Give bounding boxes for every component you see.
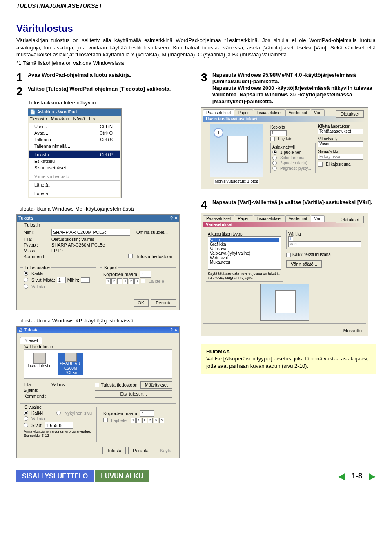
xp-pages-field[interactable]: 1-65535	[45, 422, 73, 429]
r3-radio[interactable]	[272, 161, 277, 165]
menu-item[interactable]: Avaa...Ctrl+O	[29, 130, 120, 136]
xp-sel-radio[interactable]	[24, 416, 28, 421]
menu-item[interactable]: Tulosta...Ctrl+P	[29, 151, 120, 158]
preview-main: 1	[210, 124, 263, 177]
chapter-start-button[interactable]: LUVUN ALKU	[95, 470, 149, 482]
printer-list[interactable]: Lisää tulostin SHARP AR-C260M PCL5c	[24, 349, 172, 379]
nostaple-label: Ei kajasreuna	[326, 162, 351, 167]
r4-radio[interactable]	[272, 166, 277, 171]
menu-item[interactable]: Tallenna nimellä...	[29, 143, 120, 149]
docstyle-legend: Asiakirjatyyli	[272, 145, 314, 149]
pages-radio[interactable]	[24, 278, 28, 282]
r1-label: 1-puoleinen	[280, 150, 301, 155]
tab-water[interactable]: Vesileimat	[285, 109, 311, 116]
step-4-text: Napsauta [Väri]-välilehteä ja valitse [V…	[212, 199, 372, 211]
tab-general[interactable]: Yleiset	[20, 337, 42, 344]
printer-selected[interactable]: SHARP AR-C260M PCL5c	[58, 353, 83, 375]
type-item[interactable]: Grafiikka	[210, 242, 279, 247]
type-item[interactable]: Valokuva (lyhyt väline)	[210, 251, 279, 256]
ctab-water[interactable]: Vesileimat	[285, 215, 311, 222]
tab-paper[interactable]: Paperi	[235, 109, 253, 116]
type-item[interactable]: Vakio	[210, 238, 279, 242]
defaults-button[interactable]: Oletukset	[336, 110, 364, 118]
d1-copies-label: Kopioita	[270, 125, 285, 129]
sel-radio[interactable]	[24, 284, 28, 289]
caption-xp: Tulosta-ikkuna Windows XP -käyttöjärjest…	[16, 318, 191, 324]
type-item[interactable]: Web-sivut	[210, 256, 279, 260]
nostaple-check[interactable]	[318, 162, 323, 167]
ctab-main[interactable]: Pääasetukset	[203, 215, 234, 222]
xp-apply-button[interactable]: Käytä	[156, 447, 176, 454]
next-page-icon[interactable]: ▶	[369, 471, 376, 482]
toc-button[interactable]: SISÄLLYSLUETTELO	[16, 470, 94, 482]
prev-page-icon[interactable]: ◀	[338, 471, 345, 482]
r1-radio[interactable]	[272, 150, 277, 155]
xp-collate-check[interactable]	[103, 418, 108, 422]
all-radio[interactable]	[24, 271, 28, 276]
userset-select[interactable]: Tehtäasasetukset	[318, 129, 363, 134]
cancel-button[interactable]: Peruuta	[151, 299, 176, 307]
r3-label: 2-puolen (kirja)	[280, 161, 307, 165]
add-printer[interactable]: Lisää tulostin	[27, 353, 52, 375]
xp-copies-label: Kopioiden määrä:	[103, 411, 138, 416]
printxp-title: Tulosta	[24, 327, 39, 332]
where-val: LPT1:	[51, 248, 63, 253]
xp-all-radio[interactable]	[24, 411, 28, 415]
menu-item[interactable]: Lopeta	[29, 190, 120, 197]
c-defaults-button[interactable]: Oletukset	[336, 216, 364, 223]
layout-check[interactable]	[270, 137, 275, 141]
menu-item[interactable]: Sivun asetukset...	[29, 164, 120, 171]
ctab-adv[interactable]: Lisäasetukset	[254, 215, 285, 222]
name-field[interactable]: SHARP AR-C260M PCL5c	[51, 229, 130, 236]
xp-cancel-button[interactable]: Peruuta	[128, 447, 153, 454]
fin-select[interactable]: Vasen	[318, 141, 363, 147]
ctab-paper[interactable]: Paperi	[235, 215, 253, 222]
fin-label: Viimeistely	[318, 137, 363, 141]
xp-copies-field[interactable]: 1	[140, 410, 154, 417]
num-field[interactable]: 1	[140, 271, 151, 278]
properties-button[interactable]: Ominaisuudet...	[132, 229, 172, 236]
colormode-select[interactable]: Väri	[288, 241, 361, 247]
c-apply-button[interactable]: Mukauttu	[339, 327, 366, 334]
step-1-text: Avaa WordPad-ohjelmalla luotu asiakirja.	[28, 72, 131, 83]
mono-select[interactable]: Monisivutulostus: 1 otos	[214, 179, 260, 184]
from-field[interactable]: 1	[57, 277, 66, 283]
type-item[interactable]: Valokuva	[210, 247, 279, 251]
nup-select[interactable]: Ei käytössä	[318, 154, 363, 160]
xp-tofile-check[interactable]	[95, 383, 99, 387]
menu-item[interactable]: TallennaCtrl+S	[29, 136, 120, 143]
blacktext-label: Kaikki teksti mustana	[292, 252, 331, 257]
tofile-check[interactable]	[128, 254, 133, 258]
menu-item[interactable]: Uusi...Ctrl+N	[29, 123, 120, 130]
printme-close-icon[interactable]: ? ✕	[170, 216, 178, 221]
state-val: Oletustulostin; Valmis	[51, 237, 94, 242]
printxp-close-icon[interactable]: ? ✕	[170, 327, 178, 333]
menu-file[interactable]: Tiedosto	[30, 116, 47, 121]
preferences-button[interactable]: Määritykset	[140, 381, 172, 389]
find-printer-button[interactable]: Etsi tulostin...	[95, 390, 172, 398]
menu-item[interactable]: Esikatselu	[29, 158, 120, 164]
tab-color[interactable]: Väri	[311, 109, 325, 116]
ok-button[interactable]: OK	[134, 299, 149, 307]
d1-copies-field[interactable]: 1	[270, 130, 287, 136]
menu-view[interactable]: Näytä	[73, 116, 85, 121]
collate-check[interactable]	[141, 279, 145, 283]
type-item[interactable]: Mukautettu	[210, 260, 279, 264]
xp-hint: Anna yksittäinen sivunumero tai sivualue…	[24, 429, 93, 438]
coloradjust-button[interactable]: Värin säätö...	[286, 260, 322, 268]
r2-label: Sidontareuna	[280, 156, 305, 160]
blacktext-check[interactable]	[286, 253, 291, 257]
tab-adv[interactable]: Lisäasetukset	[254, 109, 285, 116]
xp-pages-radio[interactable]	[24, 423, 28, 427]
r2-radio[interactable]	[272, 156, 277, 160]
menu-ins[interactable]: Lis	[89, 116, 95, 121]
to-field[interactable]	[81, 277, 90, 283]
type-list[interactable]: VakioGrafiikkaValokuvaValokuva (lyhyt vä…	[208, 236, 281, 270]
xp-print-button[interactable]: Tulosta	[102, 447, 126, 454]
menu-item[interactable]: Lähetä...	[29, 182, 120, 188]
ctab-color[interactable]: Väri	[311, 215, 325, 222]
wordpad-titlebar: 📄 Asiakirja - WordPad	[28, 109, 121, 116]
menu-edit[interactable]: Muokkaa	[51, 116, 69, 121]
xp-cur-radio[interactable]	[56, 411, 61, 415]
tab-main[interactable]: Pääasetukset	[203, 109, 234, 116]
